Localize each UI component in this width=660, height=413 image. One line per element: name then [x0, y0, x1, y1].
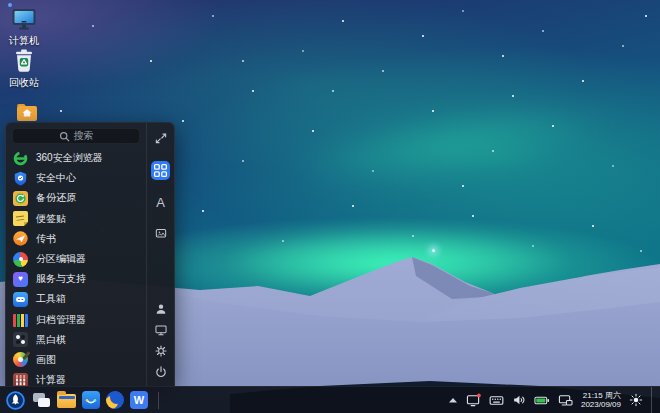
- desktop-icon-home-folder[interactable]: [4, 102, 50, 122]
- desktop-icon-label: 计算机: [9, 34, 39, 48]
- keyboard-input-icon[interactable]: [489, 393, 504, 407]
- night-light-icon[interactable]: [629, 393, 643, 407]
- app-item-service-support[interactable]: ♥ 服务与支持: [6, 269, 146, 289]
- backup-restore-icon: [13, 191, 28, 206]
- tray-expand-icon[interactable]: [448, 396, 458, 404]
- app-item-file-transfer[interactable]: 传书: [6, 229, 146, 249]
- browser-icon[interactable]: [106, 391, 124, 409]
- app-item-backup-restore[interactable]: 备份还原: [6, 188, 146, 208]
- dock-separator: [158, 392, 159, 409]
- power-icon[interactable]: [154, 365, 168, 379]
- app-item-toolbox[interactable]: 工具箱: [6, 289, 146, 309]
- app-list: 360安全浏览器 安全中心: [6, 148, 146, 390]
- sticky-notes-icon: [13, 211, 28, 226]
- volume-icon[interactable]: [512, 393, 526, 407]
- starfield: [0, 0, 2, 2]
- recycle-bin-icon: [13, 49, 35, 73]
- computer-icon: [11, 8, 37, 31]
- user-icon[interactable]: [154, 302, 168, 316]
- clock-time: 21:15 周六: [581, 391, 621, 401]
- browser-360-icon: [13, 151, 28, 166]
- bright-star: [432, 249, 435, 252]
- battery-icon[interactable]: [534, 394, 550, 407]
- launcher-app-pane: 搜索 360安全浏览器: [6, 123, 146, 386]
- clock-date: 2023/09/09: [581, 400, 621, 410]
- app-store-icon[interactable]: [82, 391, 100, 409]
- desktop-screen: 计算机 回收站 搜索: [0, 0, 660, 413]
- reversi-icon: [13, 332, 28, 347]
- app-item-360-browser[interactable]: 360安全浏览器: [6, 148, 146, 168]
- grid-view-icon[interactable]: [151, 161, 170, 180]
- app-item-partition-editor[interactable]: 分区编辑器: [6, 249, 146, 269]
- dock: W: [5, 387, 159, 413]
- fullscreen-expand-icon[interactable]: [154, 131, 168, 145]
- taskbar-clock[interactable]: 21:15 周六 2023/09/09: [581, 391, 621, 410]
- screen-record-icon[interactable]: [466, 393, 481, 407]
- service-support-icon: ♥: [13, 272, 28, 287]
- app-item-security-center[interactable]: 安全中心: [6, 168, 146, 188]
- search-input[interactable]: 搜索: [12, 128, 140, 144]
- wps-office-icon[interactable]: W: [130, 391, 148, 409]
- sort-alphabetical-icon[interactable]: A: [156, 196, 165, 210]
- taskbar: W: [0, 386, 660, 413]
- multi-display-icon[interactable]: [558, 393, 573, 407]
- security-center-icon: [13, 171, 28, 186]
- paint-icon: [13, 352, 28, 367]
- app-item-sticky-notes[interactable]: 便签贴: [6, 209, 146, 229]
- partition-editor-icon: [13, 252, 28, 267]
- app-item-archive-manager[interactable]: 归档管理器: [6, 310, 146, 330]
- archive-manager-icon: [13, 314, 28, 327]
- category-view-icon[interactable]: [154, 226, 168, 240]
- app-item-paint[interactable]: 画图: [6, 350, 146, 370]
- search-icon: [59, 131, 70, 142]
- desktop-icon-label: 回收站: [9, 76, 39, 90]
- toolbox-icon: [13, 292, 28, 307]
- launcher-side-strip: A: [146, 123, 174, 386]
- desktop-icon-computer[interactable]: 计算机: [1, 8, 47, 48]
- file-transfer-icon: [13, 231, 28, 246]
- settings-gear-icon[interactable]: [154, 344, 168, 358]
- search-placeholder: 搜索: [74, 129, 94, 143]
- task-view-icon[interactable]: [32, 392, 51, 409]
- display-icon[interactable]: [154, 323, 168, 337]
- launcher-icon[interactable]: [5, 390, 26, 411]
- show-desktop-button[interactable]: [651, 387, 657, 413]
- home-folder-icon: [16, 102, 38, 122]
- system-tray: 21:15 周六 2023/09/09: [448, 387, 657, 413]
- app-item-reversi[interactable]: 黑白棋: [6, 330, 146, 350]
- launcher-menu: 搜索 360安全浏览器: [5, 122, 175, 386]
- desktop-icon-recycle-bin[interactable]: 回收站: [1, 49, 47, 90]
- file-manager-icon[interactable]: [57, 394, 76, 408]
